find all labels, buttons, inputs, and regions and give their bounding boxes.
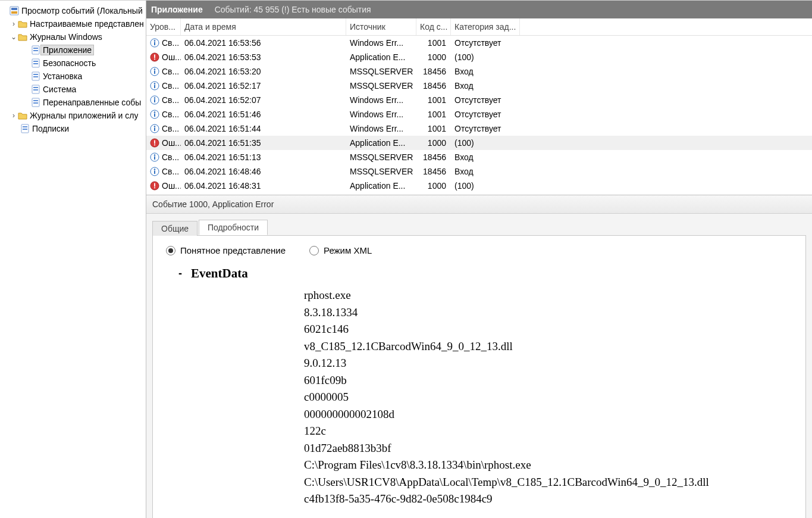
tree-log-security[interactable]: Безопасность: [0, 57, 146, 70]
cell-code: 18456: [416, 152, 451, 162]
cell-source: MSSQLSERVER: [346, 81, 416, 91]
chevron-right-icon[interactable]: ›: [10, 20, 18, 28]
eventdata-line: 122c: [304, 423, 794, 440]
cell-category: (100): [451, 181, 520, 191]
tree-app-service-logs[interactable]: › Журналы приложений и слу: [0, 109, 146, 122]
cell-date: 06.04.2021 16:53:20: [181, 67, 346, 76]
log-icon: [31, 98, 40, 107]
cell-date: 06.04.2021 16:52:07: [181, 95, 346, 105]
info-icon: [150, 38, 159, 48]
eventdata-toggle[interactable]: - EventData: [177, 266, 794, 281]
cell-date: 06.04.2021 16:51:44: [181, 124, 346, 133]
tree-log-setup[interactable]: Установка: [0, 70, 146, 83]
tree-label: Установка: [43, 71, 82, 81]
tree-label: Журналы Windows: [30, 32, 102, 42]
event-table[interactable]: Уров... Дата и время Источник Код с... К…: [146, 18, 812, 195]
folder-icon: [18, 19, 27, 29]
tree-windows-logs[interactable]: ⌄ Журналы Windows: [0, 30, 146, 43]
level-text: Св...: [162, 38, 179, 48]
tree-label: Приложение: [40, 45, 94, 55]
tree-label: Настраиваемые представлен: [30, 19, 144, 29]
col-category[interactable]: Категория зад...: [451, 18, 520, 35]
eventdata-line: c0000005: [304, 389, 794, 406]
col-code[interactable]: Код с...: [416, 18, 451, 35]
level-text: Св...: [162, 95, 179, 105]
cell-category: Вход: [451, 67, 520, 76]
content-title-bar: Приложение Событий: 45 955 (!) Есть новы…: [146, 1, 812, 18]
col-source[interactable]: Источник: [346, 18, 416, 35]
table-row[interactable]: Ош...06.04.2021 16:53:53Application E...…: [146, 50, 812, 64]
tab-page-details: Понятное представление Режим XML - Event…: [152, 235, 806, 518]
info-icon: [150, 124, 159, 133]
table-row[interactable]: Ош...06.04.2021 16:51:35Application E...…: [146, 136, 812, 150]
detail-title: Событие 1000, Application Error: [146, 195, 812, 214]
eventviewer-icon: [10, 6, 19, 15]
view-mode-radios: Понятное представление Режим XML: [165, 245, 794, 255]
event-table-header[interactable]: Уров... Дата и время Источник Код с... К…: [146, 18, 812, 36]
tree-subscriptions[interactable]: Подписки: [0, 122, 146, 135]
table-row[interactable]: Св...06.04.2021 16:51:13MSSQLSERVER18456…: [146, 150, 812, 164]
col-level[interactable]: Уров...: [146, 18, 181, 35]
info-icon: [150, 95, 159, 105]
cell-category: Отсутствует: [451, 38, 520, 48]
tree-label: Подписки: [32, 124, 69, 133]
cell-date: 06.04.2021 16:51:13: [181, 152, 346, 162]
navigation-tree[interactable]: ▾ Просмотр событий (Локальный › Настраив…: [0, 1, 146, 518]
table-row[interactable]: Св...06.04.2021 16:51:46Windows Err...10…: [146, 107, 812, 121]
cell-code: 1001: [416, 95, 451, 105]
table-row[interactable]: Св...06.04.2021 16:53:20MSSQLSERVER18456…: [146, 64, 812, 79]
cell-category: Вход: [451, 81, 520, 91]
content-title: Приложение: [151, 5, 203, 14]
table-row[interactable]: Св...06.04.2021 16:48:46MSSQLSERVER18456…: [146, 164, 812, 179]
tree-label: Журналы приложений и слу: [30, 111, 138, 120]
cell-source: Application E...: [346, 138, 416, 148]
col-date[interactable]: Дата и время: [181, 18, 346, 35]
chevron-down-icon[interactable]: ⌄: [10, 33, 18, 41]
radio-xml-view[interactable]: Режим XML: [309, 245, 372, 255]
cell-source: Windows Err...: [346, 95, 416, 105]
log-icon: [31, 85, 40, 94]
error-icon: [150, 181, 159, 191]
level-text: Св...: [162, 67, 179, 76]
level-text: Св...: [162, 110, 179, 119]
cell-source: Windows Err...: [346, 110, 416, 119]
table-row[interactable]: Св...06.04.2021 16:51:44Windows Err...10…: [146, 121, 812, 136]
log-icon: [31, 45, 40, 55]
level-text: Ош...: [162, 52, 181, 62]
tree-root[interactable]: ▾ Просмотр событий (Локальный: [0, 4, 146, 17]
tree-label: Система: [43, 85, 76, 94]
cell-code: 18456: [416, 167, 451, 176]
cell-code: 1000: [416, 138, 451, 148]
cell-source: MSSQLSERVER: [346, 67, 416, 76]
level-text: Ош...: [162, 138, 181, 148]
chevron-right-icon[interactable]: ›: [10, 111, 18, 120]
tab-general[interactable]: Общие: [152, 221, 197, 236]
tree-log-system[interactable]: Система: [0, 83, 146, 96]
cell-date: 06.04.2021 16:53:56: [181, 38, 346, 48]
eventdata-line: 8.3.18.1334: [304, 304, 794, 322]
tree-log-application[interactable]: Приложение: [0, 43, 146, 57]
tree-label: Безопасность: [43, 58, 96, 68]
cell-code: 1001: [416, 38, 451, 48]
eventdata-values: rphost.exe8.3.18.13346021c146v8_C185_12.…: [177, 287, 794, 508]
eventdata-line: 9.0.12.13: [304, 355, 794, 372]
content-stats: Событий: 45 955 (!) Есть новые события: [215, 5, 371, 14]
cell-code: 18456: [416, 67, 451, 76]
radio-friendly-view[interactable]: Понятное представление: [166, 245, 286, 255]
table-row[interactable]: Св...06.04.2021 16:52:07Windows Err...10…: [146, 93, 812, 107]
cell-category: Отсутствует: [451, 124, 520, 133]
radio-icon: [166, 246, 175, 255]
cell-source: Application E...: [346, 181, 416, 191]
cell-category: Отсутствует: [451, 110, 520, 119]
table-row[interactable]: Св...06.04.2021 16:53:56Windows Err...10…: [146, 36, 812, 50]
level-text: Св...: [162, 124, 179, 133]
table-row[interactable]: Св...06.04.2021 16:52:17MSSQLSERVER18456…: [146, 79, 812, 93]
cell-source: MSSQLSERVER: [346, 167, 416, 176]
tree-custom-views[interactable]: › Настраиваемые представлен: [0, 17, 146, 30]
level-text: Ош...: [162, 181, 181, 191]
table-row[interactable]: Ош...06.04.2021 16:48:31Application E...…: [146, 179, 812, 193]
cell-category: Отсутствует: [451, 95, 520, 105]
tree-log-forwarded[interactable]: Перенаправленные собы: [0, 96, 146, 109]
tab-details[interactable]: Подробности: [199, 220, 268, 235]
eventdata-line: 601fc09b: [304, 372, 794, 389]
